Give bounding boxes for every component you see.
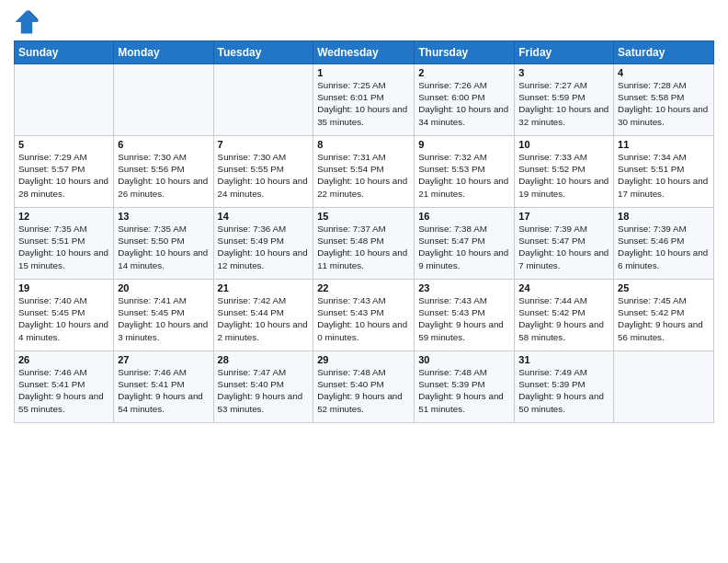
calendar-cell: 18Sunrise: 7:39 AMSunset: 5:46 PMDayligh… — [614, 208, 714, 280]
calendar-cell: 27Sunrise: 7:46 AMSunset: 5:41 PMDayligh… — [114, 351, 213, 423]
day-info: Sunrise: 7:29 AMSunset: 5:57 PMDaylight:… — [18, 151, 109, 200]
day-number: 2 — [418, 67, 510, 78]
page: SundayMondayTuesdayWednesdayThursdayFrid… — [0, 0, 728, 563]
day-number: 22 — [317, 282, 410, 293]
day-number: 15 — [317, 211, 410, 222]
weekday-header-tuesday: Tuesday — [213, 41, 313, 64]
day-number: 28 — [218, 354, 310, 365]
day-info: Sunrise: 7:44 AMSunset: 5:42 PMDaylight:… — [518, 294, 609, 343]
weekday-header-friday: Friday — [515, 41, 614, 64]
day-number: 12 — [18, 211, 109, 222]
calendar-cell: 3Sunrise: 7:27 AMSunset: 5:59 PMDaylight… — [515, 64, 614, 136]
calendar-cell: 16Sunrise: 7:38 AMSunset: 5:47 PMDayligh… — [415, 208, 515, 280]
day-number: 14 — [218, 211, 310, 222]
day-number: 1 — [317, 67, 410, 78]
calendar-week-row: 1Sunrise: 7:25 AMSunset: 6:01 PMDaylight… — [15, 64, 714, 136]
calendar-table: SundayMondayTuesdayWednesdayThursdayFrid… — [14, 40, 714, 423]
logo-icon — [14, 9, 40, 35]
day-number: 16 — [418, 211, 510, 222]
calendar-cell: 11Sunrise: 7:34 AMSunset: 5:51 PMDayligh… — [614, 136, 714, 208]
weekday-header-thursday: Thursday — [415, 41, 515, 64]
day-number: 29 — [317, 354, 410, 365]
day-info: Sunrise: 7:28 AMSunset: 5:58 PMDaylight:… — [618, 79, 710, 128]
calendar-week-row: 19Sunrise: 7:40 AMSunset: 5:45 PMDayligh… — [15, 280, 714, 351]
calendar-cell: 8Sunrise: 7:31 AMSunset: 5:54 PMDaylight… — [313, 136, 415, 208]
day-number: 4 — [618, 67, 710, 78]
weekday-header-monday: Monday — [114, 41, 213, 64]
day-number: 9 — [418, 139, 510, 150]
day-info: Sunrise: 7:41 AMSunset: 5:45 PMDaylight:… — [118, 294, 209, 343]
day-number: 17 — [518, 211, 609, 222]
day-info: Sunrise: 7:38 AMSunset: 5:47 PMDaylight:… — [418, 223, 510, 271]
calendar-cell: 4Sunrise: 7:28 AMSunset: 5:58 PMDaylight… — [614, 64, 714, 136]
day-info: Sunrise: 7:43 AMSunset: 5:43 PMDaylight:… — [317, 294, 410, 343]
day-info: Sunrise: 7:30 AMSunset: 5:56 PMDaylight:… — [118, 151, 209, 200]
weekday-header-row: SundayMondayTuesdayWednesdayThursdayFrid… — [15, 41, 714, 64]
day-info: Sunrise: 7:30 AMSunset: 5:55 PMDaylight:… — [218, 151, 310, 200]
day-info: Sunrise: 7:26 AMSunset: 6:00 PMDaylight:… — [418, 79, 510, 128]
calendar-cell: 30Sunrise: 7:48 AMSunset: 5:39 PMDayligh… — [415, 351, 515, 423]
calendar-cell: 2Sunrise: 7:26 AMSunset: 6:00 PMDaylight… — [415, 64, 515, 136]
logo — [14, 9, 43, 35]
calendar-week-row: 26Sunrise: 7:46 AMSunset: 5:41 PMDayligh… — [15, 351, 714, 423]
day-info: Sunrise: 7:31 AMSunset: 5:54 PMDaylight:… — [317, 151, 410, 200]
day-info: Sunrise: 7:39 AMSunset: 5:47 PMDaylight:… — [518, 223, 609, 271]
day-number: 19 — [18, 282, 109, 293]
weekday-header-saturday: Saturday — [614, 41, 714, 64]
day-info: Sunrise: 7:48 AMSunset: 5:40 PMDaylight:… — [317, 366, 410, 415]
calendar-cell: 6Sunrise: 7:30 AMSunset: 5:56 PMDaylight… — [114, 136, 213, 208]
calendar-cell — [213, 64, 313, 136]
day-info: Sunrise: 7:49 AMSunset: 5:39 PMDaylight:… — [518, 366, 609, 415]
day-info: Sunrise: 7:33 AMSunset: 5:52 PMDaylight:… — [518, 151, 609, 200]
day-info: Sunrise: 7:35 AMSunset: 5:50 PMDaylight:… — [118, 223, 209, 271]
calendar-cell: 9Sunrise: 7:32 AMSunset: 5:53 PMDaylight… — [415, 136, 515, 208]
weekday-header-sunday: Sunday — [15, 41, 114, 64]
day-info: Sunrise: 7:32 AMSunset: 5:53 PMDaylight:… — [418, 151, 510, 200]
day-number: 27 — [118, 354, 209, 365]
calendar-cell — [114, 64, 213, 136]
calendar-cell: 19Sunrise: 7:40 AMSunset: 5:45 PMDayligh… — [15, 280, 114, 351]
calendar-cell: 10Sunrise: 7:33 AMSunset: 5:52 PMDayligh… — [515, 136, 614, 208]
calendar-cell: 1Sunrise: 7:25 AMSunset: 6:01 PMDaylight… — [313, 64, 415, 136]
day-number: 20 — [118, 282, 209, 293]
calendar-cell: 29Sunrise: 7:48 AMSunset: 5:40 PMDayligh… — [313, 351, 415, 423]
calendar-cell: 24Sunrise: 7:44 AMSunset: 5:42 PMDayligh… — [515, 280, 614, 351]
day-number: 18 — [618, 211, 710, 222]
calendar-cell: 26Sunrise: 7:46 AMSunset: 5:41 PMDayligh… — [15, 351, 114, 423]
calendar-cell: 13Sunrise: 7:35 AMSunset: 5:50 PMDayligh… — [114, 208, 213, 280]
day-number: 24 — [518, 282, 609, 293]
calendar-cell: 5Sunrise: 7:29 AMSunset: 5:57 PMDaylight… — [15, 136, 114, 208]
calendar-cell: 17Sunrise: 7:39 AMSunset: 5:47 PMDayligh… — [515, 208, 614, 280]
calendar-week-row: 12Sunrise: 7:35 AMSunset: 5:51 PMDayligh… — [15, 208, 714, 280]
calendar-cell: 15Sunrise: 7:37 AMSunset: 5:48 PMDayligh… — [313, 208, 415, 280]
day-info: Sunrise: 7:35 AMSunset: 5:51 PMDaylight:… — [18, 223, 109, 271]
calendar-cell: 22Sunrise: 7:43 AMSunset: 5:43 PMDayligh… — [313, 280, 415, 351]
day-number: 3 — [518, 67, 609, 78]
calendar-cell — [614, 351, 714, 423]
day-number: 23 — [418, 282, 510, 293]
day-number: 31 — [518, 354, 609, 365]
day-number: 6 — [118, 139, 209, 150]
svg-marker-0 — [16, 11, 39, 34]
day-number: 10 — [518, 139, 609, 150]
day-number: 5 — [18, 139, 109, 150]
calendar-cell: 20Sunrise: 7:41 AMSunset: 5:45 PMDayligh… — [114, 280, 213, 351]
calendar-cell: 25Sunrise: 7:45 AMSunset: 5:42 PMDayligh… — [614, 280, 714, 351]
day-info: Sunrise: 7:46 AMSunset: 5:41 PMDaylight:… — [118, 366, 209, 415]
day-info: Sunrise: 7:48 AMSunset: 5:39 PMDaylight:… — [418, 366, 510, 415]
calendar-week-row: 5Sunrise: 7:29 AMSunset: 5:57 PMDaylight… — [15, 136, 714, 208]
day-info: Sunrise: 7:25 AMSunset: 6:01 PMDaylight:… — [317, 79, 410, 128]
day-info: Sunrise: 7:37 AMSunset: 5:48 PMDaylight:… — [317, 223, 410, 271]
day-number: 25 — [618, 282, 710, 293]
day-number: 21 — [218, 282, 310, 293]
calendar-cell: 14Sunrise: 7:36 AMSunset: 5:49 PMDayligh… — [213, 208, 313, 280]
day-info: Sunrise: 7:40 AMSunset: 5:45 PMDaylight:… — [18, 294, 109, 343]
day-info: Sunrise: 7:42 AMSunset: 5:44 PMDaylight:… — [218, 294, 310, 343]
day-info: Sunrise: 7:46 AMSunset: 5:41 PMDaylight:… — [18, 366, 109, 415]
calendar-cell — [15, 64, 114, 136]
day-info: Sunrise: 7:34 AMSunset: 5:51 PMDaylight:… — [618, 151, 710, 200]
calendar-cell: 31Sunrise: 7:49 AMSunset: 5:39 PMDayligh… — [515, 351, 614, 423]
day-info: Sunrise: 7:27 AMSunset: 5:59 PMDaylight:… — [518, 79, 609, 128]
day-info: Sunrise: 7:36 AMSunset: 5:49 PMDaylight:… — [218, 223, 310, 271]
day-info: Sunrise: 7:45 AMSunset: 5:42 PMDaylight:… — [618, 294, 710, 343]
